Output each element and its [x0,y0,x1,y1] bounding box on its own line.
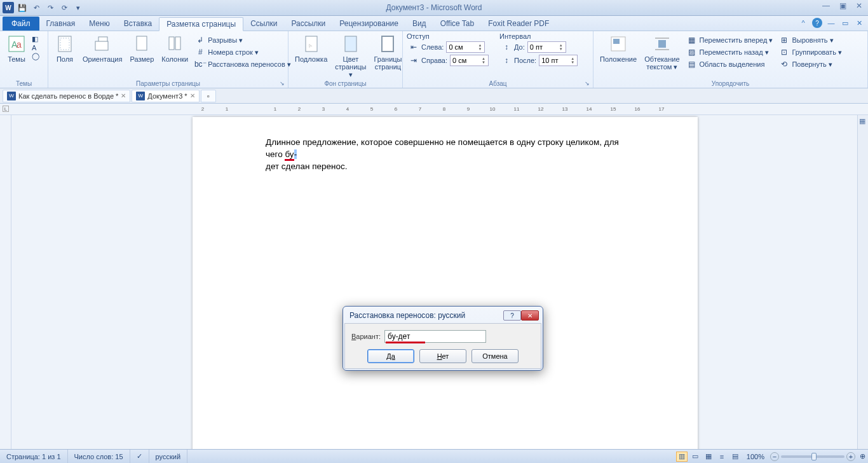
ruler-toggle-icon[interactable]: ▦ [858,116,867,125]
group-arrange-label: Упорядочить [593,80,867,87]
draft-view-icon[interactable]: ▤ [729,452,741,462]
maximize-icon[interactable]: ▣ [836,1,849,10]
zoom-fit-icon[interactable]: ⊕ [860,452,865,460]
close-icon[interactable]: ✕ [853,1,865,10]
new-tab-button[interactable]: ▫ [201,90,216,102]
ribbon-collapse-icon[interactable]: ^ [798,18,808,28]
indent-title: Отступ [407,32,491,40]
watermark-button[interactable]: AПодложка [292,32,330,64]
indent-left-input[interactable]: ▲▼ [446,41,485,53]
tab-foxit[interactable]: Foxit Reader PDF [481,17,556,31]
tab-page-layout[interactable]: Разметка страницы [159,17,243,31]
page-color-button[interactable]: Цвет страницы ▾ [332,32,369,79]
vertical-ruler[interactable] [0,115,11,449]
window-title: Документ3 - Microsoft Word [386,3,482,12]
page[interactable]: Длинное предложение, которое совершенно … [193,117,698,449]
full-screen-view-icon[interactable]: ▭ [689,452,701,462]
spacing-after-input[interactable]: ▲▼ [539,55,578,66]
spacing-before-input[interactable]: ▲▼ [527,41,566,53]
yes-button[interactable]: Да [367,349,414,363]
send-backward-button[interactable]: ▨Переместить назад ▾ [685,46,775,58]
status-language[interactable]: русский [149,450,187,463]
selection-pane-button[interactable]: ▤Область выделения [685,59,775,70]
size-button[interactable]: Размер [127,32,156,64]
dialog-help-icon[interactable]: ? [503,310,521,321]
print-layout-view-icon[interactable]: ▥ [676,452,688,462]
outline-view-icon[interactable]: ≡ [716,452,728,462]
bring-forward-button[interactable]: ▦Переместить вперед ▾ [685,34,775,46]
rotate-button[interactable]: ⟲Повернуть ▾ [777,59,844,70]
page-borders-button[interactable]: Границы страниц [371,32,404,72]
theme-fonts-icon[interactable]: A [32,44,39,52]
svg-rect-13 [382,36,393,52]
tab-insert[interactable]: Вставка [117,17,159,31]
save-icon[interactable]: 💾 [17,2,28,13]
window-restore-icon[interactable]: ▭ [840,18,850,28]
position-button[interactable]: Положение [597,32,639,64]
title-bar: W 💾 ↶ ↷ ⟳ ▾ Документ3 - Microsoft Word —… [0,0,868,16]
wrap-button[interactable]: Обтекание текстом ▾ [642,32,682,72]
line-numbers-button[interactable]: #Номера строк ▾ [193,46,293,58]
breaks-button[interactable]: ↲Разрывы ▾ [193,34,293,46]
horizontal-ruler[interactable]: L 211234567891011121314151617 [0,104,868,115]
theme-effects-icon[interactable]: ◯ [32,52,39,60]
tab-view[interactable]: Вид [405,17,433,31]
document-text[interactable]: Длинное предложение, которое совершенно … [266,136,625,172]
qat-more-icon[interactable]: ▾ [72,2,84,13]
redo-icon[interactable]: ↷ [44,2,56,13]
repeat-icon[interactable]: ⟳ [58,2,70,13]
undo-icon[interactable]: ↶ [31,2,42,13]
tab-office[interactable]: Office Tab [433,17,482,31]
align-button[interactable]: ⊞Выровнять ▾ [777,34,844,46]
themes-button[interactable]: Aa Темы [4,32,29,64]
variant-label: Вариант: [351,333,381,340]
indent-right-input[interactable]: ▲▼ [450,55,489,66]
help-icon[interactable]: ? [812,18,822,28]
paragraph-launcher-icon[interactable]: ↘ [585,80,591,86]
no-button[interactable]: Нет [419,349,466,363]
close-tab-icon[interactable]: ✕ [190,92,195,99]
columns-button[interactable]: Колонки [159,32,191,64]
group-button[interactable]: ⊡Группировать ▾ [777,46,844,58]
tab-menu[interactable]: Меню [82,17,116,31]
hyphenation-button[interactable]: bc⁻Расстановка переносов ▾ [193,59,293,70]
svg-rect-9 [175,37,180,50]
dialog-close-icon[interactable]: ✕ [521,310,539,321]
margins-button[interactable]: Поля [52,32,78,64]
window-min-icon[interactable]: — [826,18,836,28]
word-icon: W [3,2,14,13]
svg-text:a: a [17,39,22,50]
tab-references[interactable]: Ссылки [243,17,284,31]
workspace: Длинное предложение, которое совершенно … [0,115,868,449]
status-bar: Страница: 1 из 1 Число слов: 15 ✓ русски… [0,449,868,463]
orientation-button[interactable]: Ориентация [80,32,125,64]
close-tab-icon[interactable]: ✕ [121,92,126,99]
zoom-in-icon[interactable]: + [846,452,855,461]
page-params-launcher-icon[interactable]: ↘ [280,80,286,86]
vertical-scrollbar[interactable]: ▦ [857,115,868,449]
document-canvas[interactable]: Длинное предложение, которое совершенно … [11,115,868,449]
spacing-before-label: До: [514,43,525,51]
status-words[interactable]: Число слов: 15 [68,450,130,463]
variant-input[interactable] [384,330,486,343]
file-tab[interactable]: Файл [3,17,39,31]
svg-rect-6 [95,41,108,50]
doc-tab-2[interactable]: WДокумент3 *✕ [132,90,199,102]
spellcheck-icon: ✓ [137,452,142,460]
web-layout-view-icon[interactable]: ▦ [703,452,714,462]
tab-home[interactable]: Главная [39,17,83,31]
status-proofing[interactable]: ✓ [130,450,149,463]
zoom-level[interactable]: 100% [747,453,764,460]
ribbon: Aa Темы ◧ A ◯ Темы Поля Ориентация Разме… [0,31,868,88]
doc-tab-1[interactable]: WКак сделать перенос в Ворде *✕ [3,90,130,102]
minimize-icon[interactable]: — [820,1,832,10]
spacing-title: Интервал [499,32,580,40]
zoom-slider[interactable] [781,455,844,458]
tab-review[interactable]: Рецензирование [332,17,405,31]
cancel-button[interactable]: Отмена [471,349,519,363]
zoom-out-icon[interactable]: − [770,452,779,461]
theme-colors-icon[interactable]: ◧ [32,35,39,43]
window-close-icon[interactable]: ✕ [854,18,864,28]
tab-mailings[interactable]: Рассылки [284,17,332,31]
status-page[interactable]: Страница: 1 из 1 [0,450,68,463]
